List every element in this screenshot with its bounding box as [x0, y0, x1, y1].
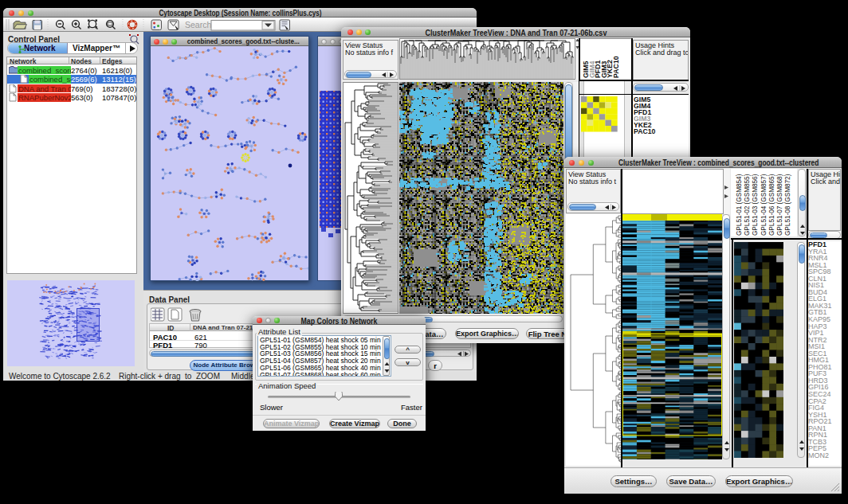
- svg-text:GPL51-02 (GSM855): GPL51-02 (GSM855): [744, 174, 751, 236]
- svg-text:Search:: Search:: [185, 20, 214, 29]
- svg-text:GPL51-03 (GSM856): GPL51-03 (GSM856): [752, 174, 759, 236]
- svg-text:PAC10: PAC10: [612, 56, 620, 78]
- svg-text:GPL51-07 (GSM868): GPL51-07 (GSM868): [776, 174, 783, 236]
- svg-text:GPL51-01 (GSM854): GPL51-01 (GSM854): [736, 174, 743, 236]
- svg-text:GPL51-08 (GSM872): GPL51-08 (GSM872): [784, 174, 791, 236]
- svg-text:GPL51-06 (GSM865): GPL51-06 (GSM865): [768, 174, 775, 236]
- svg-text:GPL51-04 (GSM857): GPL51-04 (GSM857): [760, 174, 768, 236]
